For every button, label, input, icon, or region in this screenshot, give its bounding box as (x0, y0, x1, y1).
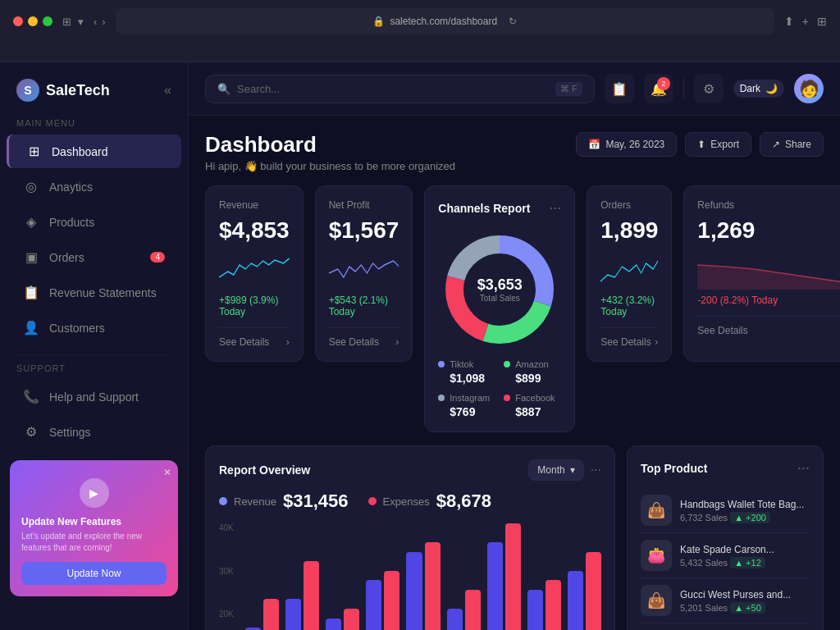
grid-icon[interactable]: ⊞ (817, 15, 827, 28)
sidebar-item-label: Help and Support (49, 390, 139, 404)
tiktok-dot (438, 361, 445, 368)
product-info: Handbags Wallet Tote Bag... 6,732 Sales … (680, 499, 810, 523)
donut-chart: $3,653 Total Sales (438, 228, 561, 351)
period-select[interactable]: Month ▾ (528, 459, 583, 481)
theme-toggle[interactable]: Dark 🌙 (733, 80, 784, 98)
bar-blue[interactable] (366, 580, 381, 630)
top-products-header: Top Product ··· (641, 459, 810, 477)
bar-pink[interactable] (505, 523, 521, 630)
update-close-btn[interactable]: ✕ (163, 467, 171, 478)
address-bar[interactable]: 🔒 saletech.com/dashboard ↻ (116, 8, 774, 34)
top-products-card: Top Product ··· 👜 Handbags Wallet Tote B… (627, 445, 824, 630)
bar-chart-area: 5K 10K 20K 30K 40K (219, 523, 601, 630)
bar-pink[interactable] (384, 571, 399, 630)
orders-see-details[interactable]: See Details › (600, 327, 658, 348)
export-icon: ⬆ (697, 139, 705, 150)
notifications-btn[interactable]: 🔔 2 (644, 74, 673, 103)
app: S SaleTech « Main Menu ⊞ Dashboard ◎ Ana… (0, 62, 840, 630)
revenue-dot (219, 497, 227, 505)
sidebar-item-customers[interactable]: 👤 Customers (7, 311, 181, 345)
orders-badge: 4 (150, 252, 165, 262)
search-box[interactable]: 🔍 Search... ⌘ F (205, 75, 595, 103)
expenses-summary-label: Expenses (383, 495, 430, 508)
export-label: Export (710, 139, 739, 150)
sidebar-item-label: Customers (49, 322, 105, 335)
bar-pink[interactable] (546, 580, 561, 630)
sidebar-item-products[interactable]: ◈ Products (7, 205, 181, 239)
revenue-change: +$989 (3.9%) Today (219, 294, 290, 317)
net-profit-see-details[interactable]: See Details › (329, 327, 399, 348)
bar-blue[interactable] (285, 599, 301, 630)
product-list: 👜 Handbags Wallet Tote Bag... 6,732 Sale… (641, 488, 810, 630)
page-title: Dashboard (205, 132, 455, 158)
browser-tab-icons: ⊞ ▾ (62, 16, 84, 28)
instagram-name: Instagram (450, 393, 490, 403)
bar-blue[interactable] (447, 609, 463, 630)
bar-blue[interactable] (527, 590, 543, 630)
avatar[interactable]: 🧑 (794, 74, 824, 103)
back-btn[interactable]: ‹ (94, 16, 97, 28)
list-item[interactable]: 👝 Lovebook Handbags Tote... 1,543 Sales … (641, 623, 810, 630)
legend-tiktok: Tiktok $1,098 (438, 359, 495, 385)
revenue-value: $4,853 (219, 217, 290, 244)
y-axis: 5K 10K 20K 30K 40K (219, 523, 245, 630)
sidebar-item-dashboard[interactable]: ⊞ Dashboard (7, 135, 181, 168)
bar-pink[interactable] (344, 609, 359, 630)
bar-pink[interactable] (304, 561, 319, 630)
channels-more-btn[interactable]: ··· (549, 199, 561, 217)
settings-btn[interactable]: ⚙ (694, 74, 724, 103)
bar-group (487, 523, 521, 630)
bar-blue[interactable] (487, 542, 503, 630)
revenue-see-details[interactable]: See Details › (219, 327, 290, 348)
play-button[interactable]: ▶ (80, 478, 109, 508)
help-icon: 📞 (23, 389, 39, 404)
report-overview-card: Report Overview Month ▾ ··· Revenu (205, 445, 615, 630)
share-button[interactable]: ↗ Share (760, 132, 824, 157)
sidebar-item-help[interactable]: 📞 Help and Support (7, 380, 181, 413)
refresh-icon[interactable]: ↻ (509, 16, 517, 27)
tl-red[interactable] (13, 16, 23, 26)
donut-total: $3,653 (477, 276, 523, 294)
bar-group (527, 523, 561, 630)
date-button[interactable]: 📅 May, 26 2023 (576, 132, 677, 157)
refunds-see-details[interactable]: See Details › (697, 316, 840, 336)
period-label: Month (537, 464, 564, 476)
bar-blue[interactable] (326, 619, 341, 631)
product-change: ▲ +12 (730, 557, 765, 568)
topbar: 🔍 Search... ⌘ F 📋 🔔 2 ⚙ Dark 🌙 🧑 (189, 62, 840, 116)
list-item[interactable]: 👛 Kate Spade Carson... 5,432 Sales ▲ +12 (641, 533, 810, 578)
products-icon: ◈ (23, 214, 39, 230)
bar-blue[interactable] (568, 571, 583, 630)
collapse-btn[interactable]: « (164, 83, 171, 98)
expenses-dot (368, 497, 377, 505)
report-header: Report Overview Month ▾ ··· (219, 459, 601, 481)
bar-pink[interactable] (425, 542, 441, 630)
chevron-down-icon: ▾ (570, 464, 575, 476)
export-button[interactable]: ⬆ Export (685, 132, 751, 157)
clipboard-icon-btn[interactable]: 📋 (605, 74, 634, 103)
top-products-more-btn[interactable]: ··· (797, 459, 810, 477)
bar-pink[interactable] (263, 599, 279, 630)
bar-blue[interactable] (406, 552, 422, 630)
share-browser-icon[interactable]: ⬆ (784, 15, 794, 28)
list-item[interactable]: 👜 Gucci West Purses and... 5,201 Sales ▲… (641, 578, 810, 623)
update-now-button[interactable]: Update Now (21, 562, 167, 585)
instagram-dot (438, 395, 445, 401)
list-item[interactable]: 👜 Handbags Wallet Tote Bag... 6,732 Sale… (641, 488, 810, 533)
sidebar-item-analytics[interactable]: ◎ Anaytics (7, 170, 181, 203)
revenue-summary-value: $31,456 (283, 491, 349, 512)
forward-btn[interactable]: › (102, 16, 105, 28)
legend-instagram: Instagram $769 (438, 393, 495, 418)
sidebar-item-revenue[interactable]: 📋 Revenue Statements (7, 276, 181, 309)
sidebar-item-settings[interactable]: ⚙ Settings (7, 415, 181, 449)
bar-pink[interactable] (465, 590, 481, 630)
bar-pink[interactable] (586, 552, 601, 630)
bar-chart-container: 5K 10K 20K 30K 40K (219, 523, 601, 630)
tl-yellow[interactable] (28, 16, 38, 26)
report-more-btn[interactable]: ··· (591, 463, 601, 477)
sidebar-item-orders[interactable]: ▣ Orders 4 (7, 240, 181, 274)
bar-group (326, 523, 359, 630)
tl-green[interactable] (43, 16, 52, 26)
orders-change: +432 (3.2%) Today (600, 294, 658, 317)
new-tab-icon[interactable]: + (802, 15, 809, 28)
